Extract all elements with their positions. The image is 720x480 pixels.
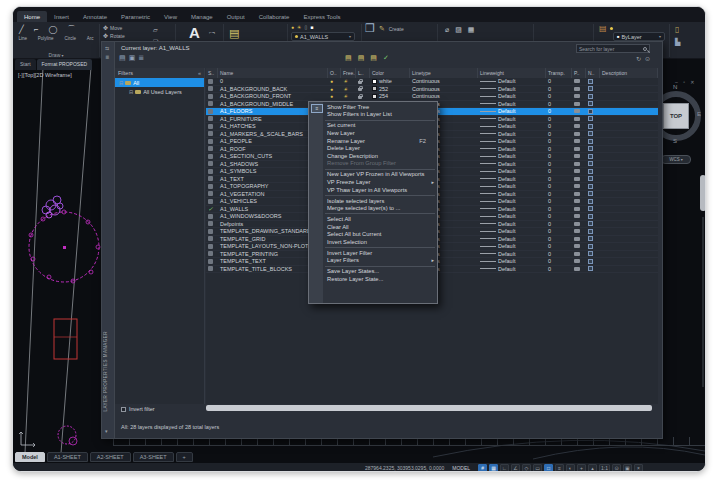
- context-menu-item[interactable]: Delete Layer: [309, 144, 437, 152]
- color-swatch[interactable]: [372, 86, 377, 91]
- layer-transparency[interactable]: 0: [546, 176, 572, 182]
- layer-transparency[interactable]: 0: [546, 206, 572, 212]
- draw-tool-label[interactable]: Circle: [64, 36, 76, 41]
- layer-transparency[interactable]: 0: [546, 131, 572, 137]
- plot-icon[interactable]: [574, 139, 580, 143]
- viewcube-top-face[interactable]: TOP: [663, 103, 689, 129]
- draw-tool-label[interactable]: Line: [18, 36, 27, 41]
- layer-lineweight[interactable]: Default: [498, 86, 515, 92]
- layer-lineweight[interactable]: Default: [498, 228, 515, 234]
- layout-tab[interactable]: A1-SHEET: [47, 452, 88, 462]
- status-toggle-icon[interactable]: 1:1: [599, 464, 610, 472]
- context-menu-item[interactable]: Merge selected layer(s) to ...: [309, 204, 437, 212]
- status-toggle-icon[interactable]: ∟: [500, 464, 509, 472]
- layer-lineweight[interactable]: Default: [498, 123, 515, 129]
- context-menu-item[interactable]: Show Filters in Layer List: [309, 111, 437, 119]
- layer-lineweight[interactable]: Default: [498, 198, 515, 204]
- plot-icon[interactable]: [574, 199, 580, 203]
- horizontal-scrollbar[interactable]: [206, 405, 652, 411]
- layer-lineweight[interactable]: Default: [498, 161, 515, 167]
- delete-layer-icon[interactable]: ▤: [370, 54, 377, 62]
- viewcube-south-label[interactable]: S: [673, 138, 677, 144]
- text-tool-icon[interactable]: A: [189, 24, 200, 41]
- tree-expander-icon[interactable]: ⊟: [129, 89, 133, 95]
- layer-dropdown[interactable]: A1_WALLS ▾: [291, 32, 355, 41]
- file-tab[interactable]: Format PROPOSED: [37, 59, 93, 70]
- status-toggle-icon[interactable]: ▭: [533, 464, 542, 472]
- new-vp-freeze-icon[interactable]: [588, 169, 593, 174]
- layer-transparency[interactable]: 0: [546, 243, 572, 249]
- create-block-label[interactable]: Create: [389, 26, 404, 32]
- new-vp-freeze-icon[interactable]: [588, 229, 593, 234]
- layer-row[interactable]: A1_BACKGROUND_BACK 252 Continuous Defaul…: [206, 86, 658, 94]
- new-vp-freeze-icon[interactable]: [588, 154, 593, 159]
- new-vp-freeze-icon[interactable]: [588, 139, 593, 144]
- context-menu-item[interactable]: Isolate selected layers: [309, 197, 437, 205]
- layer-on-icon[interactable]: [330, 78, 333, 84]
- layer-lineweight[interactable]: Default: [498, 78, 515, 84]
- line-tool-icon[interactable]: ╱: [19, 25, 24, 34]
- status-toggle-icon[interactable]: ⊙: [612, 464, 621, 472]
- col-freeze[interactable]: Free..: [341, 68, 356, 78]
- palette-title-strip[interactable]: ⇆ ≣ ▾ LAYER PROPERTIES MANAGER: [102, 42, 115, 438]
- create-block-icon[interactable]: ✎: [379, 24, 385, 33]
- layer-lineweight[interactable]: Default: [498, 221, 515, 227]
- layer-freeze-icon[interactable]: [343, 78, 347, 84]
- new-vp-freeze-icon[interactable]: [588, 131, 593, 136]
- new-vp-freeze-icon[interactable]: [588, 86, 593, 91]
- new-vp-freeze-icon[interactable]: [588, 109, 593, 114]
- layer-transparency[interactable]: 0: [546, 138, 572, 144]
- layout-tab[interactable]: A3-SHEET: [133, 452, 174, 462]
- col-linetype[interactable]: Linetype: [410, 68, 478, 78]
- new-vp-freeze-icon[interactable]: [588, 214, 593, 219]
- new-layer-icon[interactable]: ▤: [345, 54, 352, 62]
- draw-tool-label[interactable]: Arc: [87, 36, 94, 41]
- plot-icon[interactable]: [574, 214, 580, 218]
- collapse-filters-icon[interactable]: «: [198, 70, 201, 76]
- filter-tree-item[interactable]: ⊟ All: [115, 78, 204, 87]
- layer-lineweight[interactable]: Default: [498, 116, 515, 122]
- layer-transparency[interactable]: 0: [546, 258, 572, 264]
- status-toggle-icon[interactable]: +: [577, 464, 586, 472]
- insert-block-icon[interactable]: ❒: [365, 24, 375, 33]
- measure-tool-icon[interactable]: ⌀: [445, 25, 449, 34]
- plot-icon[interactable]: [574, 94, 580, 98]
- scrollbar-thumb[interactable]: [206, 405, 652, 411]
- context-menu-item[interactable]: Show Filter Tree: [309, 103, 437, 111]
- layer-lock-icon[interactable]: [358, 88, 362, 91]
- navigation-bar[interactable]: [700, 175, 706, 211]
- plot-icon[interactable]: [574, 177, 580, 181]
- plot-icon[interactable]: [574, 207, 580, 211]
- layer-transparency[interactable]: 0: [546, 266, 572, 272]
- layer-lineweight[interactable]: Default: [498, 131, 515, 137]
- new-vp-freeze-icon[interactable]: [588, 206, 593, 211]
- layer-transparency[interactable]: 0: [546, 183, 572, 189]
- bylayer-dropdown[interactable]: ■ ByLayer ▾: [613, 32, 665, 41]
- ribbon-tab[interactable]: Home: [17, 11, 47, 22]
- context-menu-item[interactable]: Set current: [309, 122, 437, 130]
- layer-linetype[interactable]: Continuous: [410, 78, 478, 84]
- new-vp-freeze-icon[interactable]: [588, 146, 593, 151]
- context-menu-item[interactable]: Remove From Group Filter: [309, 160, 437, 168]
- layer-transparency[interactable]: 0: [546, 191, 572, 197]
- plot-icon[interactable]: [574, 147, 580, 151]
- layer-transparency[interactable]: 0: [546, 153, 572, 159]
- layer-lineweight[interactable]: Default: [498, 243, 515, 249]
- search-input[interactable]: Search for layer: [576, 44, 650, 53]
- layer-transparency[interactable]: 0: [546, 93, 572, 99]
- layer-transparency[interactable]: 0: [546, 123, 572, 129]
- plot-icon[interactable]: [574, 132, 580, 136]
- layer-transparency[interactable]: 0: [546, 108, 572, 114]
- layer-transparency[interactable]: 0: [546, 213, 572, 219]
- palette-autohide-icon[interactable]: ⇆: [105, 45, 109, 51]
- plot-icon[interactable]: [574, 237, 580, 241]
- plot-icon[interactable]: [574, 244, 580, 248]
- color-swatch[interactable]: [372, 79, 377, 84]
- layer-lineweight[interactable]: Default: [498, 183, 515, 189]
- layer-lineweight[interactable]: Default: [498, 206, 515, 212]
- new-vp-freeze-icon[interactable]: [588, 259, 593, 264]
- new-vp-freeze-icon[interactable]: [588, 101, 593, 106]
- ribbon-tab[interactable]: Parametric: [114, 11, 157, 22]
- col-description[interactable]: Description: [600, 68, 658, 78]
- status-toggle-icon[interactable]: #: [478, 464, 487, 472]
